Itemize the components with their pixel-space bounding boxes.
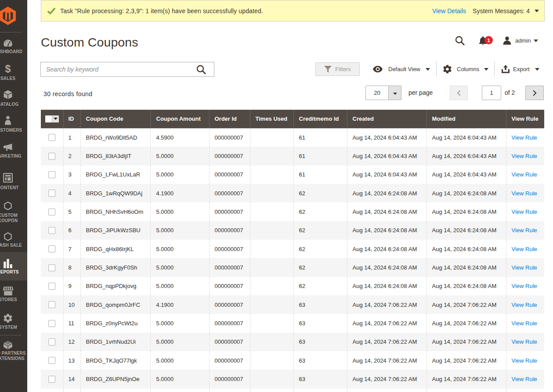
view-rule-link[interactable]: View Rule [512, 190, 537, 197]
sidebar-item-label: CUSTOMERS [0, 128, 27, 133]
view-rule-link[interactable]: View Rule [512, 264, 537, 271]
cell-times-used [250, 147, 293, 165]
message-bar-actions: View Details System Messages: 4 [432, 7, 539, 14]
sidebar-item-label: SYSTEM [0, 325, 27, 330]
column-header-view-rule[interactable]: View Rule [506, 110, 544, 128]
row-checkbox[interactable] [48, 245, 55, 252]
row-checkbox[interactable] [48, 227, 55, 234]
sidebar-item-reports[interactable]: REPORTS [0, 252, 27, 281]
search-submit-icon[interactable] [196, 65, 206, 76]
magento-logo[interactable] [0, 7, 27, 25]
view-rule-link[interactable]: View Rule [512, 357, 537, 364]
row-select-cell [41, 147, 63, 165]
export-control[interactable]: Export [502, 62, 539, 76]
sidebar-divider-top [0, 32, 21, 32]
cell-view-rule: View Rule [506, 165, 544, 184]
view-rule-link[interactable]: View Rule [512, 283, 537, 289]
cell-created: Aug 14, 2024 6:04:43 AM [347, 147, 426, 165]
columns-control[interactable]: Columns [442, 62, 488, 76]
global-search-button[interactable] [455, 36, 465, 46]
export-icon [502, 65, 510, 73]
sidebar-item-sales[interactable]: $SALES [0, 64, 27, 81]
page-title: Custom Coupons [41, 36, 138, 49]
select-all-caret[interactable] [52, 115, 59, 122]
stores-icon [0, 287, 27, 295]
cell-order: 000000007 [209, 351, 250, 370]
cell-code: BRDG_qompm0JrFC [80, 295, 150, 314]
system-messages-toggle[interactable]: System Messages: 4 [473, 7, 539, 14]
view-rule-link[interactable]: View Rule [512, 171, 537, 178]
column-header-coupon-code[interactable]: Coupon Code [80, 110, 150, 128]
sidebar-item-stores[interactable]: STORES [0, 287, 27, 302]
sidebar-item-system[interactable]: SYSTEM [0, 313, 27, 330]
cell-code: BRDG_TKJqO77lgk [80, 351, 150, 370]
table-row: 4BRDG_1wRqQW9DAj4.190000000000762Aug 14,… [41, 184, 544, 202]
column-header-coupon-amount[interactable]: Coupon Amount [150, 110, 209, 128]
cell-order: 000000007 [209, 128, 250, 147]
caret-down-icon [393, 90, 397, 96]
column-header-id[interactable]: ID [63, 110, 80, 128]
default-view-control[interactable]: Default View [373, 62, 430, 76]
row-checkbox[interactable] [48, 171, 55, 178]
row-checkbox[interactable] [48, 338, 55, 345]
row-checkbox[interactable] [48, 209, 55, 216]
sidebar-item-custom-coupon[interactable]: CUSTOMCOUPON [0, 201, 27, 223]
cell-id: 14 [63, 370, 80, 388]
cell-view-rule: View Rule [506, 240, 544, 258]
sidebar-item-catalog[interactable]: CATALOG [0, 90, 27, 107]
sidebar-item-label: CONTENT [0, 185, 27, 191]
next-page-button[interactable] [525, 86, 544, 100]
sidebar-item-flash-sale[interactable]: FLASH SALE [0, 232, 27, 248]
admin-user-menu[interactable]: admin [502, 36, 538, 45]
current-page-input[interactable] [482, 86, 501, 100]
per-page-select[interactable]: 20 [365, 86, 401, 100]
view-rule-link[interactable]: View Rule [512, 227, 537, 234]
sidebar-item-content[interactable]: CONTENT [0, 173, 27, 191]
view-rule-link[interactable]: View Rule [512, 209, 537, 215]
cell-code: BRDG_qHx86IrjKL [80, 240, 150, 258]
view-rule-link[interactable]: View Rule [512, 246, 537, 252]
column-header-creditmemo-id[interactable]: Creditmemo Id [293, 110, 347, 128]
view-rule-link[interactable]: View Rule [512, 376, 537, 382]
view-rule-link[interactable]: View Rule [512, 134, 537, 141]
row-checkbox[interactable] [48, 283, 55, 290]
column-header-modified[interactable]: Modified [426, 110, 506, 128]
previous-page-button[interactable] [450, 86, 468, 100]
row-checkbox[interactable] [48, 320, 55, 327]
row-checkbox[interactable] [48, 301, 55, 308]
sidebar-item-customers[interactable]: CUSTOMERS [0, 116, 27, 133]
sidebar-item-find-partners-extensions[interactable]: FIND PARTNERS& EXTENSIONS [0, 339, 27, 362]
view-rule-link[interactable]: View Rule [512, 338, 537, 345]
row-checkbox[interactable] [48, 153, 55, 160]
view-rule-link[interactable]: View Rule [512, 153, 537, 159]
cell-amount: 5.0000 [150, 165, 209, 184]
admin-user-name: admin [515, 37, 531, 44]
cell-modified: Aug 14, 2024 7:06:22 AM [426, 333, 506, 351]
row-checkbox[interactable] [48, 134, 55, 141]
cell-order: 000000007 [209, 370, 250, 388]
sidebar-item-dashboard[interactable]: DASHBOARD [0, 40, 27, 54]
table-row [41, 388, 544, 392]
column-header-times-used[interactable]: Times Used [250, 110, 293, 128]
cell-amount: 5.0000 [150, 258, 209, 277]
row-checkbox[interactable] [48, 190, 55, 197]
cell-times-used [250, 202, 293, 221]
column-header-created[interactable]: Created [347, 110, 426, 128]
cell-times-used [250, 165, 293, 184]
view-details-link[interactable]: View Details [432, 7, 466, 14]
view-rule-link[interactable]: View Rule [512, 302, 537, 308]
select-all-checkbox[interactable] [45, 115, 59, 122]
notification-badge: 1 [484, 36, 493, 44]
row-checkbox[interactable] [48, 357, 55, 364]
sidebar-item-marketing[interactable]: MARKETING [0, 144, 27, 159]
view-rule-link[interactable]: View Rule [512, 320, 537, 327]
column-header-order-id[interactable]: Order Id [209, 110, 250, 128]
row-checkbox[interactable] [48, 264, 55, 271]
search-input[interactable] [41, 62, 214, 76]
cell-order: 000000007 [209, 184, 250, 202]
notifications-button[interactable]: 1 [478, 36, 493, 46]
row-checkbox[interactable] [48, 376, 55, 383]
sidebar-item-label: SALES [0, 76, 27, 81]
filters-button[interactable]: Filters [315, 62, 360, 76]
magento-admin-screen: DASHBOARD$SALESCATALOGCUSTOMERSMARKETING… [0, 0, 553, 392]
